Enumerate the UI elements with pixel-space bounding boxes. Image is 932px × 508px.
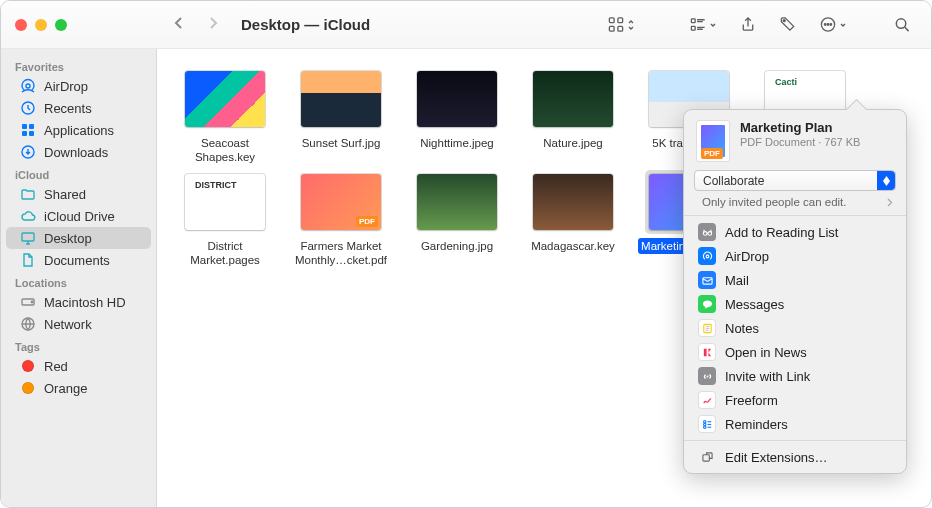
file-name: Sunset Surf.jpg [299, 135, 384, 151]
apps-icon [20, 122, 36, 138]
sidebar-item-applications[interactable]: Applications [6, 119, 151, 141]
sidebar-section-header: Favorites [1, 55, 156, 75]
tags-button[interactable] [769, 12, 807, 37]
popover-thumbnail: PDF [696, 120, 730, 162]
window-title: Desktop — iCloud [241, 16, 370, 33]
svg-rect-16 [22, 131, 27, 136]
view-mode-button[interactable] [597, 12, 645, 37]
file-item[interactable]: Nighttime.jpeg [401, 67, 513, 166]
search-button[interactable] [883, 12, 921, 37]
link-icon [698, 367, 716, 385]
file-thumbnail [417, 174, 497, 230]
sidebar-item-documents[interactable]: Documents [6, 249, 151, 271]
share-action-label: Notes [725, 321, 759, 336]
sidebar-item-label: Macintosh HD [44, 295, 126, 310]
file-item[interactable]: Gardening.jpg [401, 170, 513, 269]
svg-rect-17 [29, 131, 34, 136]
svg-rect-15 [29, 124, 34, 129]
sidebar-item-macintosh-hd[interactable]: Macintosh HD [6, 291, 151, 313]
share-action-label: Reminders [725, 417, 788, 432]
edit-extensions-item[interactable]: Edit Extensions… [684, 445, 906, 469]
sidebar-item-label: Documents [44, 253, 110, 268]
finder-window: Desktop — iCloud [0, 0, 932, 508]
sidebar-section-header: Tags [1, 335, 156, 355]
file-name: Nighttime.jpeg [417, 135, 497, 151]
file-item[interactable]: Madagascar.key [517, 170, 629, 269]
airdrop-icon [698, 247, 716, 265]
desktop-icon [20, 230, 36, 246]
sidebar-item-label: Network [44, 317, 92, 332]
svg-point-6 [783, 20, 785, 22]
mail-icon [698, 271, 716, 289]
close-window-button[interactable] [15, 19, 27, 31]
file-thumbnail [533, 71, 613, 127]
share-popover: PDF Marketing Plan PDF Document · 767 KB… [683, 109, 907, 474]
sidebar-item-label: Recents [44, 101, 92, 116]
sidebar-item-icloud-drive[interactable]: iCloud Drive [6, 205, 151, 227]
file-item[interactable]: Nature.jpeg [517, 67, 629, 166]
file-name: Madagascar.key [528, 238, 618, 254]
sidebar-item-label: Orange [44, 381, 87, 396]
file-item[interactable]: Seacoast Shapes.key [169, 67, 281, 166]
sidebar-item-shared[interactable]: Shared [6, 183, 151, 205]
sidebar-item-label: iCloud Drive [44, 209, 115, 224]
download-icon [20, 144, 36, 160]
file-thumbnail [417, 71, 497, 127]
airdrop-icon [20, 78, 36, 94]
sidebar-item-red[interactable]: Red [6, 355, 151, 377]
svg-point-12 [26, 84, 30, 88]
share-action-open-in-news[interactable]: Open in News [684, 340, 906, 364]
collaborate-dropdown[interactable]: Collaborate [694, 170, 896, 191]
svg-point-29 [703, 423, 705, 425]
svg-rect-1 [618, 18, 623, 23]
sidebar-item-desktop[interactable]: Desktop [6, 227, 151, 249]
share-action-add-to-reading-list[interactable]: Add to Reading List [684, 220, 906, 244]
group-by-button[interactable] [679, 12, 727, 37]
file-item[interactable]: Sunset Surf.jpg [285, 67, 397, 166]
share-action-freeform[interactable]: Freeform [684, 388, 906, 412]
svg-point-11 [896, 19, 905, 28]
share-action-notes[interactable]: Notes [684, 316, 906, 340]
popover-subtitle: PDF Document · 767 KB [740, 136, 860, 148]
sidebar-item-network[interactable]: Network [6, 313, 151, 335]
file-name: Farmers Market Monthly…cket.pdf [287, 238, 395, 269]
fullscreen-window-button[interactable] [55, 19, 67, 31]
minimize-window-button[interactable] [35, 19, 47, 31]
share-action-label: AirDrop [725, 249, 769, 264]
sidebar-section-header: Locations [1, 271, 156, 291]
share-action-messages[interactable]: Messages [684, 292, 906, 316]
more-actions-button[interactable] [809, 12, 857, 37]
sidebar-item-orange[interactable]: Orange [6, 377, 151, 399]
share-action-invite-with-link[interactable]: Invite with Link [684, 364, 906, 388]
reminders-icon [698, 415, 716, 433]
file-item[interactable]: PDFFarmers Market Monthly…cket.pdf [285, 170, 397, 269]
share-action-airdrop[interactable]: AirDrop [684, 244, 906, 268]
svg-rect-2 [609, 26, 614, 31]
file-thumbnail: PDF [301, 174, 381, 230]
doc-icon [20, 252, 36, 268]
glasses-icon [698, 223, 716, 241]
file-thumbnail [533, 174, 613, 230]
chevron-right-icon [885, 198, 894, 207]
svg-rect-5 [691, 26, 695, 30]
nav-buttons [157, 15, 235, 35]
share-button[interactable] [729, 12, 767, 37]
sidebar-item-label: Shared [44, 187, 86, 202]
bubble-icon [698, 295, 716, 313]
share-action-mail[interactable]: Mail [684, 268, 906, 292]
file-item[interactable]: DISTRICTDistrict Market.pages [169, 170, 281, 269]
share-action-label: Invite with Link [725, 369, 810, 384]
sidebar-item-recents[interactable]: Recents [6, 97, 151, 119]
back-button[interactable] [171, 15, 187, 35]
permission-row[interactable]: Only invited people can edit. [684, 191, 906, 215]
file-name: Gardening.jpg [418, 238, 496, 254]
svg-rect-3 [618, 26, 623, 31]
forward-button[interactable] [205, 15, 221, 35]
titlebar: Desktop — iCloud [1, 1, 931, 49]
sidebar-item-downloads[interactable]: Downloads [6, 141, 151, 163]
svg-point-25 [706, 255, 709, 258]
share-action-reminders[interactable]: Reminders [684, 412, 906, 436]
clock-icon [20, 100, 36, 116]
sidebar-item-airdrop[interactable]: AirDrop [6, 75, 151, 97]
extensions-icon [698, 448, 716, 466]
